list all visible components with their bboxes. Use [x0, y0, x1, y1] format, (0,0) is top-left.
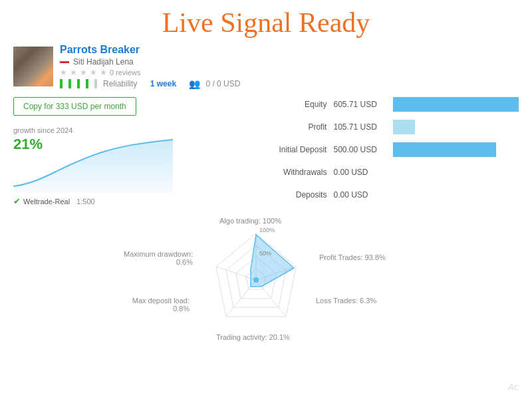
- reliability-label: Reliability: [103, 79, 137, 88]
- main-content: Parrots Breaker Siti Hadijah Lena ★ ★ ★ …: [0, 44, 532, 350]
- radar-label-loss: Loss Trades: 6.3%: [316, 297, 376, 305]
- bar-fill-1: [393, 120, 414, 134]
- author-name: Siti Hadijah Lena: [73, 57, 134, 66]
- svg-point-10: [253, 277, 259, 283]
- bar-row-4: Deposits0.00 USD: [260, 188, 519, 202]
- bar-row-1: Profit105.71 USD: [260, 120, 519, 134]
- users-count: 0 / 0 USD: [205, 79, 240, 88]
- users-icon: 👥: [189, 78, 200, 89]
- chart-area: growth since 2024 21% ✔: [13, 126, 240, 206]
- bar-fill-2: [393, 142, 496, 157]
- radar-section: 100% 50% Algo trading: 100% Profit Trade…: [13, 217, 519, 350]
- author-dash-icon: [60, 61, 69, 63]
- bar-value-2: 500.00 USD: [333, 145, 393, 154]
- leverage: 1:500: [76, 198, 95, 205]
- signal-info-panel: Parrots Breaker Siti Hadijah Lena ★ ★ ★ …: [13, 44, 240, 206]
- reliability-row: Reliability 1 week 👥 0 / 0 USD: [60, 78, 240, 89]
- radar-label-trading-activity: Trading activity: 20.1%: [216, 333, 290, 341]
- star-1-icon: ★: [60, 68, 67, 77]
- radar-svg: 100% 50%: [113, 217, 419, 350]
- bar-value-4: 0.00 USD: [333, 190, 393, 200]
- bars-panel: Equity605.71 USDProfit105.71 USDInitial …: [253, 44, 519, 210]
- bar-fill-0: [393, 97, 519, 112]
- bar-fill-container-2: [393, 142, 519, 157]
- bar-label-2: Initial Deposit: [260, 145, 333, 154]
- bar-value-1: 105.71 USD: [333, 122, 393, 132]
- bar-fill-container-1: [393, 120, 519, 134]
- svg-text:50%: 50%: [259, 250, 271, 257]
- stars-row: ★ ★ ★ ★ ★ 0 reviews: [60, 68, 240, 77]
- star-2-icon: ★: [70, 68, 77, 77]
- star-5-icon: ★: [100, 68, 107, 77]
- avatar-image: [13, 47, 53, 86]
- star-3-icon: ★: [80, 68, 87, 77]
- radar-label-drawdown: Maximum drawdown:0.6%: [116, 250, 193, 266]
- avatar: [13, 47, 53, 86]
- account-name: Weltrade-Real: [23, 198, 70, 205]
- signal-name: Parrots Breaker: [60, 44, 240, 56]
- bar-label-3: Withdrawals: [260, 168, 333, 177]
- bar-label-1: Profit: [260, 122, 333, 132]
- reliability-bar-3: [77, 79, 80, 88]
- reliability-bar-2: [68, 79, 71, 88]
- radar-label-deposit-load: Max deposit load:0.8%: [116, 297, 190, 313]
- bar-value-3: 0.00 USD: [333, 168, 393, 177]
- star-4-icon: ★: [90, 68, 97, 77]
- reliability-bar-5: [94, 79, 97, 88]
- radar-chart-area: 100% 50% Algo trading: 100% Profit Trade…: [113, 217, 419, 350]
- page-title: Live Signal Ready: [0, 7, 532, 39]
- growth-chart: [13, 126, 173, 193]
- bar-row-0: Equity605.71 USD: [260, 97, 519, 112]
- signal-details: Parrots Breaker Siti Hadijah Lena ★ ★ ★ …: [60, 44, 240, 89]
- bar-value-0: 605.71 USD: [333, 100, 393, 109]
- bars-container: Equity605.71 USDProfit105.71 USDInitial …: [260, 97, 519, 202]
- bar-fill-container-3: [393, 165, 519, 180]
- reliability-bar-1: [60, 79, 63, 88]
- bar-row-3: Withdrawals0.00 USD: [260, 165, 519, 180]
- top-row: Parrots Breaker Siti Hadijah Lena ★ ★ ★ …: [13, 44, 519, 210]
- radar-label-algo: Algo trading: 100%: [219, 217, 281, 225]
- svg-text:100%: 100%: [259, 227, 275, 233]
- reliability-bar-4: [86, 79, 88, 88]
- week-value: 1 week: [150, 79, 176, 88]
- signal-header: Parrots Breaker Siti Hadijah Lena ★ ★ ★ …: [13, 44, 240, 89]
- check-icon: ✔: [13, 196, 21, 206]
- reviews-count: 0 reviews: [110, 68, 140, 76]
- bottom-info: ✔ Weltrade-Real 1:500: [13, 196, 95, 206]
- bar-fill-container-4: [393, 188, 519, 202]
- bar-label-0: Equity: [260, 100, 333, 109]
- bar-fill-container-0: [393, 97, 519, 112]
- bar-row-2: Initial Deposit500.00 USD: [260, 142, 519, 157]
- author-row: Siti Hadijah Lena: [60, 57, 240, 66]
- title-section: Live Signal Ready: [0, 0, 532, 44]
- copy-button[interactable]: Copy for 333 USD per month: [13, 97, 136, 116]
- account-badge: ✔ Weltrade-Real: [13, 196, 70, 206]
- watermark: Ac: [508, 382, 519, 392]
- bar-label-4: Deposits: [260, 190, 333, 200]
- radar-label-profit: Profit Trades: 93.8%: [319, 253, 386, 261]
